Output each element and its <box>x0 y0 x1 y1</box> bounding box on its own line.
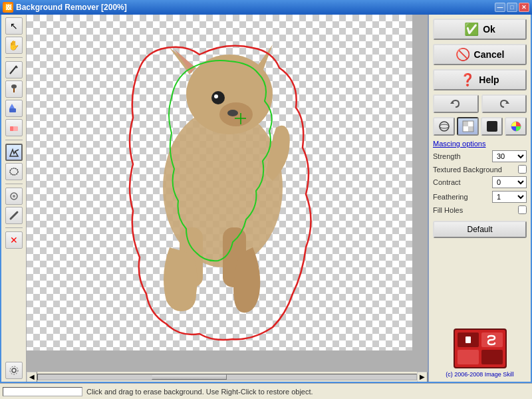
redo-button[interactable] <box>481 94 527 113</box>
strength-select[interactable]: 30 10 20 40 50 <box>492 150 527 162</box>
tool-separator-3 <box>5 184 23 184</box>
status-bar: Click and drag to erase background. Use … <box>0 383 532 399</box>
svg-rect-3 <box>13 88 15 92</box>
ok-button[interactable]: ✅ Ok <box>433 19 527 40</box>
svg-point-21 <box>214 94 218 98</box>
svg-point-29 <box>440 122 449 131</box>
scroll-left-button[interactable]: ◀ <box>27 372 37 382</box>
horizontal-scrollbar: ◀ ▶ <box>27 371 428 382</box>
feathering-label: Feathering <box>433 193 489 201</box>
feathering-select[interactable]: 1 0 2 3 <box>492 191 527 203</box>
logo-area: (c) 2006-2008 Image Skill <box>433 329 527 378</box>
feathering-row: Feathering 1 0 2 3 <box>433 191 527 203</box>
tool-separator-1 <box>5 57 23 58</box>
contract-select[interactable]: 0 1 2 5 <box>492 176 527 188</box>
maximize-button[interactable]: □ <box>507 3 517 12</box>
view-black-button[interactable] <box>481 117 503 136</box>
scroll-track[interactable] <box>37 374 417 380</box>
view-color-button[interactable] <box>505 117 527 136</box>
status-text: Click and drag to erase background. Use … <box>86 388 529 396</box>
cancel-button[interactable]: 🚫 Cancel <box>433 44 527 65</box>
ok-label: Ok <box>483 24 495 35</box>
contract-label: Contract <box>433 178 489 186</box>
svg-point-30 <box>440 124 449 128</box>
fill-holes-label: Fill Holes <box>433 206 515 214</box>
svg-rect-7 <box>10 126 13 131</box>
app-body: ↖ ✋ ✕ <box>0 15 532 383</box>
fill-tool[interactable] <box>5 100 23 117</box>
status-progress-bar <box>3 387 82 396</box>
svg-point-11 <box>13 195 15 198</box>
strength-label: Strength <box>433 152 489 160</box>
svg-rect-31 <box>463 121 468 126</box>
textured-bg-label: Textured Background <box>433 166 515 174</box>
view-checker-button[interactable] <box>457 117 479 136</box>
svg-point-9 <box>10 168 18 175</box>
right-panel: ✅ Ok 🚫 Cancel ❓ Help <box>428 15 531 382</box>
undo-redo-row <box>433 94 527 113</box>
minimize-button[interactable]: — <box>495 3 505 12</box>
svg-point-22 <box>227 110 238 116</box>
view-sphere-button[interactable] <box>433 117 455 136</box>
pencil-tool[interactable] <box>5 61 23 78</box>
svg-point-12 <box>12 368 16 372</box>
delete-tool[interactable]: ✕ <box>5 231 23 249</box>
svg-rect-42 <box>481 350 503 364</box>
svg-rect-41 <box>458 350 479 364</box>
copyright-text: (c) 2006-2008 Image Skill <box>446 371 514 378</box>
svg-point-2 <box>11 84 17 88</box>
svg-rect-4 <box>9 108 16 112</box>
dog-image <box>27 15 412 350</box>
scroll-thumb[interactable] <box>152 374 227 380</box>
help-button[interactable]: ❓ Help <box>433 69 527 90</box>
scroll-right-button[interactable]: ▶ <box>417 372 428 382</box>
default-label: Default <box>467 225 492 234</box>
canvas-area[interactable] <box>27 15 428 371</box>
masking-section: Mascing options Strength 30 10 20 40 50 … <box>433 140 527 217</box>
pointer-tool[interactable]: ↖ <box>5 17 23 35</box>
svg-point-13 <box>10 366 18 374</box>
paint-restore-tool[interactable] <box>5 188 23 205</box>
tool-separator-4 <box>5 227 23 228</box>
svg-rect-43 <box>466 336 471 343</box>
svg-rect-34 <box>468 126 473 132</box>
eraser-tool[interactable] <box>5 119 23 136</box>
canvas-content <box>27 15 412 350</box>
textured-bg-checkbox[interactable] <box>518 165 527 174</box>
title-bar: 🖼 Background Remover [200%] — □ ✕ <box>0 0 532 15</box>
smudge-tool[interactable] <box>5 207 23 224</box>
left-toolbar: ↖ ✋ ✕ <box>1 15 27 382</box>
fill-holes-checkbox[interactable] <box>518 205 527 214</box>
app-logo <box>454 329 507 368</box>
view-mode-row <box>433 117 527 136</box>
cancel-label: Cancel <box>474 49 505 60</box>
svg-rect-32 <box>468 121 473 126</box>
strength-row: Strength 30 10 20 40 50 <box>433 150 527 162</box>
svg-line-8 <box>15 150 19 152</box>
help-label: Help <box>479 74 499 85</box>
window-controls: — □ ✕ <box>495 3 529 12</box>
fill-holes-row: Fill Holes <box>433 205 527 214</box>
masking-title: Mascing options <box>433 140 527 148</box>
svg-rect-33 <box>463 126 468 132</box>
canvas-with-scroll: ◀ ▶ <box>27 15 428 382</box>
default-button[interactable]: Default <box>433 221 527 238</box>
svg-marker-5 <box>9 104 15 108</box>
close-button[interactable]: ✕ <box>519 3 529 12</box>
magic-select-tool[interactable] <box>5 144 23 161</box>
tool-separator-2 <box>5 140 23 140</box>
brush-tool[interactable] <box>5 80 23 98</box>
window-title: Background Remover [200%] <box>16 3 495 12</box>
settings-tool[interactable] <box>5 362 23 379</box>
app-icon: 🖼 <box>3 2 13 13</box>
svg-rect-36 <box>487 121 497 132</box>
contract-row: Contract 0 1 2 5 <box>433 176 527 188</box>
svg-line-0 <box>10 66 17 74</box>
lasso-tool[interactable] <box>5 163 23 180</box>
undo-button[interactable] <box>433 94 479 113</box>
hand-tool[interactable]: ✋ <box>5 37 23 54</box>
svg-point-20 <box>211 91 225 104</box>
textured-bg-row: Textured Background <box>433 165 527 174</box>
